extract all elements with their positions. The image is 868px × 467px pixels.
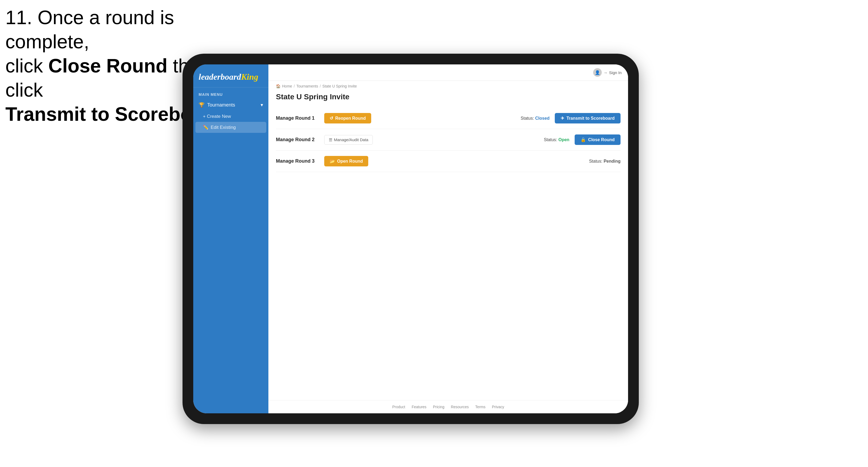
round-1-status: Status: Closed	[521, 116, 550, 121]
transmit-label: Transmit to Scoreboard	[566, 116, 615, 121]
reopen-icon: ↺	[330, 116, 333, 121]
create-new-label: + Create New	[203, 114, 231, 119]
round-3-right: Status: Pending	[589, 159, 621, 164]
app-layout: leaderboardKing MAIN MENU 🏆 Tournaments …	[193, 64, 628, 413]
footer-product[interactable]: Product	[392, 405, 405, 409]
round-2-label: Manage Round 2	[276, 137, 319, 143]
round-1-left: Manage Round 1 ↺ Reopen Round	[276, 113, 371, 123]
footer-privacy[interactable]: Privacy	[492, 405, 504, 409]
manage-label: Manage/Audit Data	[334, 137, 368, 142]
edit-existing-label: Edit Existing	[211, 125, 236, 130]
sidebar-create-new[interactable]: + Create New	[193, 111, 269, 122]
trophy-icon: 🏆	[198, 102, 205, 108]
round-3-status-value: Pending	[603, 159, 621, 163]
round-2-status-value: Open	[558, 137, 569, 142]
round-2-status: Status: Open	[544, 137, 569, 142]
home-icon: 🏠	[276, 84, 280, 88]
round-1-right: Status: Closed ✈ Transmit to Scoreboard	[521, 113, 621, 123]
round-2-section: Manage Round 2 ☰ Manage/Audit Data Statu…	[276, 129, 621, 151]
sign-in-button[interactable]: 👤 → Sign In	[593, 68, 622, 77]
logo-king: King	[241, 72, 258, 82]
footer: Product Features Pricing Resources Terms…	[269, 400, 628, 413]
close-round-label: Close Round	[588, 137, 615, 142]
round-3-status: Status: Pending	[589, 159, 621, 164]
round-2-right: Status: Open 🔒 Close Round	[544, 134, 621, 145]
open-icon: 📂	[330, 159, 335, 164]
avatar: 👤	[593, 68, 602, 77]
round-3-label: Manage Round 3	[276, 158, 319, 164]
top-header: 👤 → Sign In	[269, 64, 628, 81]
tablet-screen: leaderboardKing MAIN MENU 🏆 Tournaments …	[193, 64, 628, 413]
transmit-to-scoreboard-button[interactable]: ✈ Transmit to Scoreboard	[555, 113, 621, 123]
breadcrumb: 🏠 Home / Tournaments / State U Spring In…	[269, 81, 628, 90]
instruction-close-round: Close Round	[48, 55, 167, 76]
lock-icon: 🔒	[581, 137, 586, 142]
sidebar-section-label: MAIN MENU	[193, 88, 269, 99]
transmit-icon: ✈	[561, 116, 564, 121]
sidebar-edit-existing[interactable]: ✏️ Edit Existing	[195, 122, 266, 133]
instruction-click: click	[5, 55, 48, 76]
manage-icon: ☰	[329, 137, 332, 142]
tournaments-label: Tournaments	[207, 102, 235, 108]
breadcrumb-home[interactable]: Home	[282, 84, 292, 88]
manage-audit-button[interactable]: ☰ Manage/Audit Data	[324, 135, 373, 145]
footer-pricing[interactable]: Pricing	[433, 405, 444, 409]
close-round-button[interactable]: 🔒 Close Round	[575, 134, 621, 145]
footer-resources[interactable]: Resources	[451, 405, 469, 409]
breadcrumb-current: State U Spring Invite	[322, 84, 357, 88]
sidebar: leaderboardKing MAIN MENU 🏆 Tournaments …	[193, 64, 269, 413]
tablet-device: leaderboardKing MAIN MENU 🏆 Tournaments …	[183, 54, 639, 424]
footer-terms[interactable]: Terms	[475, 405, 486, 409]
logo: leaderboardKing	[198, 72, 263, 82]
page-content: State U Spring Invite Manage Round 1 ↺ R…	[269, 90, 628, 400]
footer-features[interactable]: Features	[412, 405, 427, 409]
round-1-status-value: Closed	[535, 116, 550, 121]
breadcrumb-sep1: /	[293, 84, 295, 88]
instruction-line1: 11. Once a round is complete,	[5, 5, 247, 54]
chevron-icon: ▾	[260, 102, 263, 108]
reopen-label: Reopen Round	[335, 116, 366, 121]
breadcrumb-sep2: /	[320, 84, 321, 88]
round-3-left: Manage Round 3 📂 Open Round	[276, 156, 368, 166]
main-content: 👤 → Sign In 🏠 Home / Tournaments / State…	[269, 64, 628, 413]
round-1-label: Manage Round 1	[276, 116, 319, 121]
page-title: State U Spring Invite	[276, 93, 621, 101]
open-round-label: Open Round	[337, 159, 363, 164]
sign-in-label: →	[603, 70, 608, 75]
sidebar-item-tournaments[interactable]: 🏆 Tournaments ▾	[193, 99, 269, 111]
logo-leaderboard: leaderboard	[198, 72, 241, 82]
round-1-section: Manage Round 1 ↺ Reopen Round Status: Cl…	[276, 107, 621, 129]
sign-in-text: Sign In	[609, 70, 622, 75]
reopen-round-button[interactable]: ↺ Reopen Round	[324, 113, 371, 123]
sidebar-logo: leaderboardKing	[193, 64, 269, 88]
open-round-button[interactable]: 📂 Open Round	[324, 156, 368, 166]
edit-icon: ✏️	[203, 125, 209, 130]
round-3-section: Manage Round 3 📂 Open Round Status: Pend…	[276, 151, 621, 172]
breadcrumb-tournaments[interactable]: Tournaments	[296, 84, 318, 88]
round-2-left: Manage Round 2 ☰ Manage/Audit Data	[276, 135, 373, 145]
